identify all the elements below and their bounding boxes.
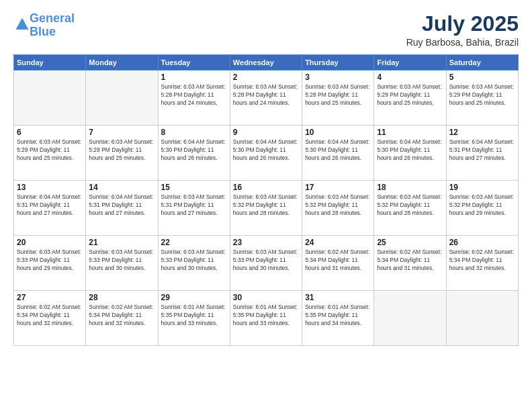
calendar-cell: 22Sunrise: 6:03 AM Sunset: 5:33 PM Dayli… [158, 236, 230, 291]
day-info: Sunrise: 6:03 AM Sunset: 5:32 PM Dayligh… [449, 193, 515, 218]
calendar-cell: 25Sunrise: 6:02 AM Sunset: 5:34 PM Dayli… [374, 236, 446, 291]
calendar-cell: 29Sunrise: 6:01 AM Sunset: 5:35 PM Dayli… [158, 291, 230, 346]
day-number: 26 [449, 238, 515, 247]
day-number: 29 [161, 293, 227, 302]
day-number: 12 [449, 128, 515, 137]
calendar-cell: 12Sunrise: 6:04 AM Sunset: 5:31 PM Dayli… [446, 126, 518, 181]
day-number: 3 [305, 73, 371, 82]
day-number: 31 [305, 293, 371, 302]
calendar-cell: 23Sunrise: 6:03 AM Sunset: 5:33 PM Dayli… [230, 236, 302, 291]
calendar-week-row: 6Sunrise: 6:03 AM Sunset: 5:29 PM Daylig… [14, 126, 519, 181]
calendar-cell: 20Sunrise: 6:03 AM Sunset: 5:33 PM Dayli… [14, 236, 86, 291]
calendar-table: SundayMondayTuesdayWednesdayThursdayFrid… [13, 54, 519, 346]
calendar-cell: 9Sunrise: 6:04 AM Sunset: 5:30 PM Daylig… [230, 126, 302, 181]
day-number: 27 [17, 293, 83, 302]
day-number: 10 [305, 128, 371, 137]
day-number: 8 [161, 128, 227, 137]
calendar-cell: 19Sunrise: 6:03 AM Sunset: 5:32 PM Dayli… [446, 181, 518, 236]
day-number: 7 [89, 128, 154, 137]
calendar-cell: 21Sunrise: 6:03 AM Sunset: 5:33 PM Dayli… [86, 236, 158, 291]
calendar-header: SundayMondayTuesdayWednesdayThursdayFrid… [14, 55, 519, 71]
calendar-cell: 14Sunrise: 6:04 AM Sunset: 5:31 PM Dayli… [86, 181, 158, 236]
day-number: 23 [233, 238, 299, 247]
day-number: 19 [449, 183, 515, 192]
weekday-header: Friday [374, 55, 446, 71]
svg-marker-0 [15, 17, 28, 30]
calendar-cell: 26Sunrise: 6:02 AM Sunset: 5:34 PM Dayli… [446, 236, 518, 291]
calendar-cell: 30Sunrise: 6:01 AM Sunset: 5:35 PM Dayli… [230, 291, 302, 346]
day-info: Sunrise: 6:04 AM Sunset: 5:31 PM Dayligh… [449, 138, 515, 163]
day-number: 4 [377, 73, 443, 82]
calendar-cell: 3Sunrise: 6:03 AM Sunset: 5:28 PM Daylig… [302, 71, 374, 126]
day-info: Sunrise: 6:03 AM Sunset: 5:28 PM Dayligh… [305, 83, 371, 107]
month-title: July 2025 [406, 12, 519, 36]
day-number: 14 [89, 183, 154, 192]
calendar-week-row: 13Sunrise: 6:04 AM Sunset: 5:31 PM Dayli… [14, 181, 519, 236]
day-number: 16 [233, 183, 299, 192]
day-number: 11 [377, 128, 443, 137]
day-info: Sunrise: 6:03 AM Sunset: 5:28 PM Dayligh… [161, 83, 227, 107]
day-info: Sunrise: 6:03 AM Sunset: 5:29 PM Dayligh… [449, 83, 515, 107]
day-number: 15 [161, 183, 227, 192]
day-info: Sunrise: 6:03 AM Sunset: 5:29 PM Dayligh… [17, 138, 83, 163]
location-title: Ruy Barbosa, Bahia, Brazil [406, 37, 519, 48]
day-number: 13 [17, 183, 83, 192]
day-number: 24 [305, 238, 371, 247]
calendar-cell: 7Sunrise: 6:03 AM Sunset: 5:29 PM Daylig… [86, 126, 158, 181]
day-number: 17 [305, 183, 371, 192]
day-number: 22 [161, 238, 227, 247]
day-info: Sunrise: 6:03 AM Sunset: 5:33 PM Dayligh… [161, 248, 227, 273]
logo-text: General Blue [30, 12, 75, 39]
day-info: Sunrise: 6:03 AM Sunset: 5:33 PM Dayligh… [89, 248, 154, 273]
header: General Blue July 2025 Ruy Barbosa, Bahi… [13, 12, 519, 48]
day-info: Sunrise: 6:01 AM Sunset: 5:35 PM Dayligh… [233, 304, 299, 328]
weekday-row: SundayMondayTuesdayWednesdayThursdayFrid… [14, 55, 519, 71]
calendar-cell: 13Sunrise: 6:04 AM Sunset: 5:31 PM Dayli… [14, 181, 86, 236]
calendar-cell: 10Sunrise: 6:04 AM Sunset: 5:30 PM Dayli… [302, 126, 374, 181]
day-info: Sunrise: 6:04 AM Sunset: 5:30 PM Dayligh… [161, 138, 227, 163]
day-info: Sunrise: 6:03 AM Sunset: 5:32 PM Dayligh… [233, 193, 299, 218]
weekday-header: Saturday [446, 55, 518, 71]
logo-icon [15, 17, 30, 32]
day-number: 2 [233, 73, 299, 82]
day-info: Sunrise: 6:02 AM Sunset: 5:34 PM Dayligh… [89, 304, 154, 328]
title-block: July 2025 Ruy Barbosa, Bahia, Brazil [406, 12, 519, 48]
day-info: Sunrise: 6:03 AM Sunset: 5:31 PM Dayligh… [161, 193, 227, 218]
day-number: 21 [89, 238, 154, 247]
calendar-week-row: 27Sunrise: 6:02 AM Sunset: 5:34 PM Dayli… [14, 291, 519, 346]
day-number: 9 [233, 128, 299, 137]
day-info: Sunrise: 6:04 AM Sunset: 5:31 PM Dayligh… [89, 193, 154, 218]
day-info: Sunrise: 6:02 AM Sunset: 5:34 PM Dayligh… [377, 248, 443, 273]
calendar-cell: 16Sunrise: 6:03 AM Sunset: 5:32 PM Dayli… [230, 181, 302, 236]
calendar-cell: 17Sunrise: 6:03 AM Sunset: 5:32 PM Dayli… [302, 181, 374, 236]
calendar-cell: 27Sunrise: 6:02 AM Sunset: 5:34 PM Dayli… [14, 291, 86, 346]
day-number: 1 [161, 73, 227, 82]
calendar-cell: 4Sunrise: 6:03 AM Sunset: 5:29 PM Daylig… [374, 71, 446, 126]
day-info: Sunrise: 6:04 AM Sunset: 5:31 PM Dayligh… [17, 193, 83, 218]
day-number: 5 [449, 73, 515, 82]
day-number: 6 [17, 128, 83, 137]
day-info: Sunrise: 6:03 AM Sunset: 5:33 PM Dayligh… [233, 248, 299, 273]
calendar-cell: 18Sunrise: 6:03 AM Sunset: 5:32 PM Dayli… [374, 181, 446, 236]
day-info: Sunrise: 6:04 AM Sunset: 5:30 PM Dayligh… [233, 138, 299, 163]
calendar-cell: 2Sunrise: 6:03 AM Sunset: 5:28 PM Daylig… [230, 71, 302, 126]
page: General Blue July 2025 Ruy Barbosa, Bahi… [0, 0, 532, 411]
logo: General Blue [13, 12, 75, 39]
day-info: Sunrise: 6:02 AM Sunset: 5:34 PM Dayligh… [17, 304, 83, 328]
calendar-cell: 31Sunrise: 6:01 AM Sunset: 5:35 PM Dayli… [302, 291, 374, 346]
day-number: 25 [377, 238, 443, 247]
day-info: Sunrise: 6:03 AM Sunset: 5:29 PM Dayligh… [377, 83, 443, 107]
day-number: 28 [89, 293, 154, 302]
weekday-header: Tuesday [158, 55, 230, 71]
day-info: Sunrise: 6:04 AM Sunset: 5:30 PM Dayligh… [377, 138, 443, 163]
weekday-header: Monday [86, 55, 158, 71]
day-info: Sunrise: 6:01 AM Sunset: 5:35 PM Dayligh… [161, 304, 227, 328]
day-number: 20 [17, 238, 83, 247]
day-info: Sunrise: 6:03 AM Sunset: 5:32 PM Dayligh… [305, 193, 371, 218]
weekday-header: Thursday [302, 55, 374, 71]
day-info: Sunrise: 6:03 AM Sunset: 5:29 PM Dayligh… [89, 138, 154, 163]
calendar-body: 1Sunrise: 6:03 AM Sunset: 5:28 PM Daylig… [14, 71, 519, 346]
weekday-header: Sunday [14, 55, 86, 71]
calendar-cell [446, 291, 518, 346]
calendar-week-row: 20Sunrise: 6:03 AM Sunset: 5:33 PM Dayli… [14, 236, 519, 291]
